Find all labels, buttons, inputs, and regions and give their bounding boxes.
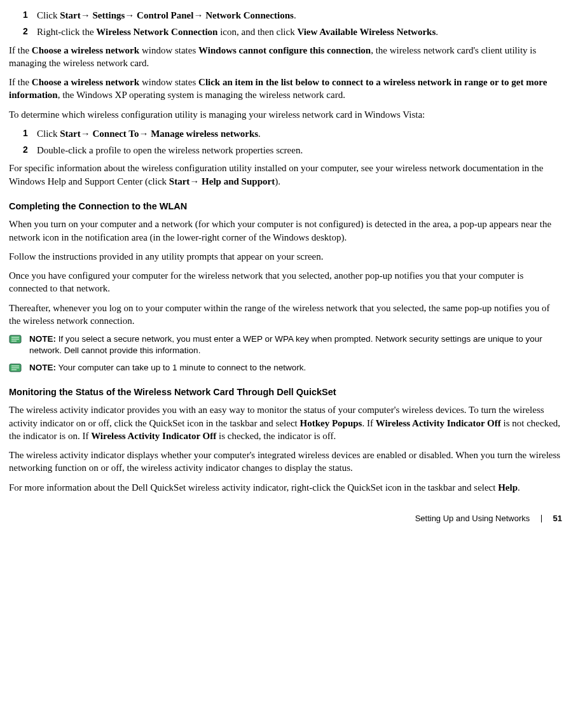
text: window states: [139, 45, 198, 55]
text: . If: [362, 418, 375, 428]
note-text: NOTE: If you select a secure network, yo…: [25, 333, 562, 356]
text: is checked, the indicator is off.: [216, 431, 336, 441]
footer-section: Setting Up and Using Networks: [415, 514, 530, 523]
text: If the: [9, 45, 32, 55]
text: Your computer can take up to 1 minute to…: [56, 363, 306, 372]
paragraph: For specific information about the wirel…: [9, 162, 562, 188]
bold: Windows cannot configure this connection: [198, 45, 371, 55]
step-number: 1: [23, 127, 37, 140]
text: .: [436, 27, 438, 37]
note-text: NOTE: Your computer can take up to 1 min…: [25, 362, 562, 374]
bold: Help and Support: [202, 176, 275, 186]
bold: Wireless Activity Indicator Off: [376, 418, 501, 428]
bold: Settings: [93, 10, 125, 20]
arrow: →: [81, 129, 93, 139]
note-label: NOTE:: [29, 363, 56, 372]
arrow: →: [81, 10, 93, 20]
paragraph: To determine which wireless configuratio…: [9, 108, 562, 121]
bold: Start: [60, 129, 81, 139]
note-icon: [9, 333, 25, 344]
bold: Choose a wireless network: [32, 45, 139, 55]
step-b1: 1 Click Start→ Connect To→ Manage wirele…: [23, 127, 562, 140]
bold: Manage wireless networks: [151, 129, 258, 139]
bold: Wireless Network Connection: [96, 27, 217, 37]
page-number: 51: [553, 514, 562, 523]
note-2: NOTE: Your computer can take up to 1 min…: [9, 362, 562, 374]
text: .: [258, 129, 261, 139]
step-number: 2: [23, 144, 37, 157]
text: Click: [37, 129, 60, 139]
bold: Network Connections: [205, 10, 294, 20]
text: , the Windows XP operating system is man…: [58, 90, 345, 100]
bold: Start: [169, 176, 190, 186]
arrow: →: [125, 10, 137, 20]
text: .: [294, 10, 296, 20]
text: Right-click the: [37, 27, 96, 37]
text: icon, and then click: [217, 27, 297, 37]
bold: Help: [498, 482, 518, 493]
note-label: NOTE:: [29, 334, 56, 344]
step-body: Right-click the Wireless Network Connect…: [37, 25, 562, 38]
text: Click: [37, 10, 60, 20]
text: .: [518, 482, 520, 493]
text: For more information about the Dell Quic…: [9, 482, 498, 493]
bold: View Available Wireless Networks: [297, 27, 436, 37]
bold: Choose a wireless network: [32, 77, 139, 87]
step-number: 1: [23, 9, 37, 22]
heading-monitoring: Monitoring the Status of the Wireless Ne…: [9, 386, 562, 399]
bold: Control Panel: [137, 10, 193, 20]
paragraph: If the Choose a wireless network window …: [9, 44, 562, 70]
note-1: NOTE: If you select a secure network, yo…: [9, 333, 562, 356]
footer-separator: [541, 515, 542, 522]
page-footer: Setting Up and Using Networks 51: [9, 513, 562, 524]
paragraph: Thereafter, whenever you log on to your …: [9, 302, 562, 328]
paragraph: Once you have configured your computer f…: [9, 269, 562, 295]
arrow: →: [139, 129, 151, 139]
bold: Start: [60, 10, 81, 20]
paragraph: When you turn on your computer and a net…: [9, 218, 562, 244]
paragraph: Follow the instructions provided in any …: [9, 250, 562, 263]
note-icon: [9, 362, 25, 373]
step-body: Double-click a profile to open the wirel…: [37, 144, 562, 157]
paragraph: The wireless activity indicator displays…: [9, 449, 562, 475]
step-number: 2: [23, 25, 37, 38]
paragraph: If the Choose a wireless network window …: [9, 76, 562, 102]
text: If you select a secure network, you must…: [29, 334, 542, 355]
paragraph: The wireless activity indicator provides…: [9, 403, 562, 442]
step-a1: 1 Click Start→ Settings→ Control Panel→ …: [23, 9, 562, 22]
paragraph: For more information about the Dell Quic…: [9, 481, 562, 494]
heading-completing: Completing the Connection to the WLAN: [9, 200, 562, 213]
text: window states: [139, 77, 198, 87]
arrow: →: [193, 10, 205, 20]
step-a2: 2 Right-click the Wireless Network Conne…: [23, 25, 562, 38]
step-b2: 2 Double-click a profile to open the wir…: [23, 144, 562, 157]
step-body: Click Start→ Settings→ Control Panel→ Ne…: [37, 9, 562, 22]
arrow: →: [189, 176, 202, 186]
bold: Connect To: [93, 129, 139, 139]
text: If the: [9, 77, 32, 87]
bold: Hotkey Popups: [300, 418, 362, 428]
text: ).: [275, 176, 280, 186]
step-body: Click Start→ Connect To→ Manage wireless…: [37, 127, 562, 140]
bold: Wireless Activity Indicator Off: [91, 431, 216, 441]
